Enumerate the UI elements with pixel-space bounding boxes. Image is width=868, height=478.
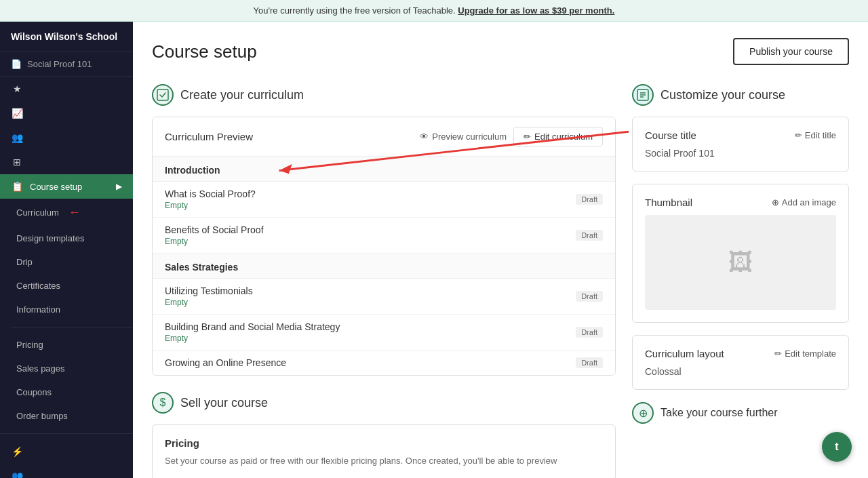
svg-rect-2: [157, 89, 168, 100]
sidebar-item-users[interactable]: 👥: [0, 125, 133, 150]
create-curriculum-heading: Create your curriculum: [152, 84, 616, 106]
sell-icon: $: [152, 392, 174, 414]
create-curriculum-icon: [152, 84, 174, 106]
card-header-title: Curriculum Preview: [165, 131, 253, 142]
main-header: Course setup Publish your course: [152, 38, 849, 65]
draft-badge: Draft: [576, 291, 603, 302]
upgrade-link[interactable]: Upgrade for as low as $39 per month.: [458, 5, 614, 16]
thumbnail-label: Thumbnail: [645, 197, 692, 208]
divider-2: [0, 433, 133, 434]
sidebar-item-coupons[interactable]: Coupons: [11, 380, 133, 404]
item-title: Growing an Online Presence: [165, 357, 286, 368]
table-row: Benefits of Social Proof Empty Draft: [153, 218, 615, 254]
course-title-value: Social Proof 101: [645, 148, 836, 159]
sidebar-item-certificates[interactable]: Certificates: [11, 274, 133, 298]
sidebar-item-sales-pages[interactable]: Sales pages: [11, 357, 133, 380]
section-sales-strategies: Sales Strategies: [153, 254, 615, 279]
item-subtitle[interactable]: Empty: [165, 201, 256, 210]
publish-button[interactable]: Publish your course: [733, 38, 849, 65]
layout-value: Colossal: [645, 366, 836, 377]
plus-circle-icon: ⊕: [772, 197, 779, 207]
two-column-layout: Create your curriculum Curriculum Previe…: [152, 84, 849, 478]
sales-pages-label: Sales pages: [16, 363, 65, 374]
analytics-icon: 📈: [11, 108, 23, 119]
card-header-actions: 👁 Preview curriculum ✏ Edit curriculum: [420, 127, 603, 146]
sidebar: Wilson Wilson's School 📄 Social Proof 10…: [0, 22, 133, 478]
add-image-action[interactable]: ⊕ Add an image: [772, 197, 836, 207]
curriculum-preview-card: Curriculum Preview 👁 Preview curriculum …: [152, 117, 616, 376]
take-further-heading: Take your course further: [660, 407, 778, 419]
add-image-label: Add an image: [782, 197, 836, 207]
sidebar-item-information[interactable]: Information: [11, 298, 133, 321]
order-bumps-label: Order bumps: [16, 411, 68, 421]
chevron-right-icon: ▶: [116, 182, 122, 191]
information-label: Information: [16, 304, 60, 315]
certificates-label: Certificates: [16, 281, 60, 291]
item-subtitle[interactable]: Empty: [165, 334, 340, 343]
curriculum-layout-label: Curriculum layout: [645, 348, 724, 359]
item-subtitle[interactable]: Empty: [165, 298, 253, 307]
sidebar-item-star[interactable]: ★: [0, 77, 133, 101]
curriculum-label: Curriculum: [16, 207, 59, 218]
left-column: Create your curriculum Curriculum Previe…: [152, 84, 616, 478]
sidebar-item-analytics[interactable]: 📈: [0, 101, 133, 125]
sidebar-item-course-setup[interactable]: 📋 Course setup ▶: [0, 174, 133, 199]
edit-title-label: Edit title: [805, 130, 836, 140]
draft-badge: Draft: [576, 327, 603, 338]
sidebar-item-pricing[interactable]: Pricing: [11, 333, 133, 357]
users-icon: 👥: [11, 132, 23, 143]
sidebar-item-curriculum[interactable]: Curriculum ←: [11, 199, 133, 226]
banner-text: You're currently using the free version …: [254, 5, 456, 16]
draft-badge: Draft: [576, 357, 603, 368]
sidebar-item-design-templates[interactable]: Design templates: [11, 226, 133, 250]
coupons-label: Coupons: [16, 387, 52, 397]
design-templates-label: Design templates: [16, 233, 84, 243]
pencil-icon: ✏: [774, 348, 782, 359]
pencil-icon: ✏: [524, 132, 531, 142]
item-title: What is Social Proof?: [165, 188, 256, 199]
draft-badge: Draft: [576, 194, 603, 205]
section-introduction: Introduction: [153, 157, 615, 182]
fab-button[interactable]: t: [822, 432, 852, 462]
sidebar-item-order-bumps[interactable]: Order bumps: [11, 404, 133, 428]
star-icon: ★: [11, 83, 23, 94]
pricing-label: Pricing: [16, 340, 43, 350]
course-sub-nav: Curriculum ← Design templates Drip Certi…: [0, 199, 133, 428]
pricing-card: Pricing Set your course as paid or free …: [152, 424, 616, 478]
course-name[interactable]: 📄 Social Proof 101: [0, 52, 133, 77]
edit-curriculum-button[interactable]: ✏ Edit curriculum: [513, 127, 603, 146]
course-title-card: Course title ✏ Edit title Social Proof 1…: [632, 117, 849, 172]
customize-icon: [632, 84, 654, 106]
pricing-title: Pricing: [165, 437, 603, 449]
thumbnail-preview: 🖼: [645, 215, 836, 310]
customize-heading: Customize your course: [632, 84, 849, 106]
grid-icon: ⊞: [11, 157, 23, 167]
sell-course-heading: $ Sell your course: [152, 392, 616, 414]
table-row: Building Brand and Social Media Strategy…: [153, 315, 615, 351]
customize-title: Customize your course: [660, 88, 785, 102]
sidebar-item-drip[interactable]: Drip: [11, 250, 133, 274]
page-title: Course setup: [152, 41, 257, 62]
preview-curriculum-link[interactable]: 👁 Preview curriculum: [420, 132, 507, 142]
table-row: Growing an Online Presence Draft: [153, 351, 615, 375]
sidebar-item-lightning[interactable]: ⚡: [0, 439, 133, 464]
school-name[interactable]: Wilson Wilson's School: [0, 22, 133, 52]
team-icon: 👥: [11, 471, 23, 478]
sidebar-item-grid[interactable]: ⊞: [0, 150, 133, 174]
sidebar-item-team[interactable]: 👥: [0, 464, 133, 478]
curriculum-layout-card: Curriculum layout ✏ Edit template Coloss…: [632, 335, 849, 390]
edit-template-label: Edit template: [785, 348, 836, 359]
preview-label: Preview curriculum: [432, 132, 507, 142]
take-further-section: ⊕ Take your course further: [632, 402, 849, 424]
edit-template-action[interactable]: ✏ Edit template: [774, 348, 836, 359]
item-title: Building Brand and Social Media Strategy: [165, 321, 340, 332]
arrow-indicator: ←: [68, 205, 81, 220]
edit-title-action[interactable]: ✏ Edit title: [795, 130, 836, 140]
course-icon: 📄: [11, 59, 22, 69]
take-further-icon: ⊕: [632, 402, 654, 424]
item-subtitle[interactable]: Empty: [165, 237, 264, 246]
sidebar-course-setup-label: Course setup: [30, 182, 82, 192]
image-placeholder-icon: 🖼: [728, 248, 753, 277]
edit-label: Edit curriculum: [534, 132, 593, 142]
lightning-icon: ⚡: [11, 446, 23, 457]
